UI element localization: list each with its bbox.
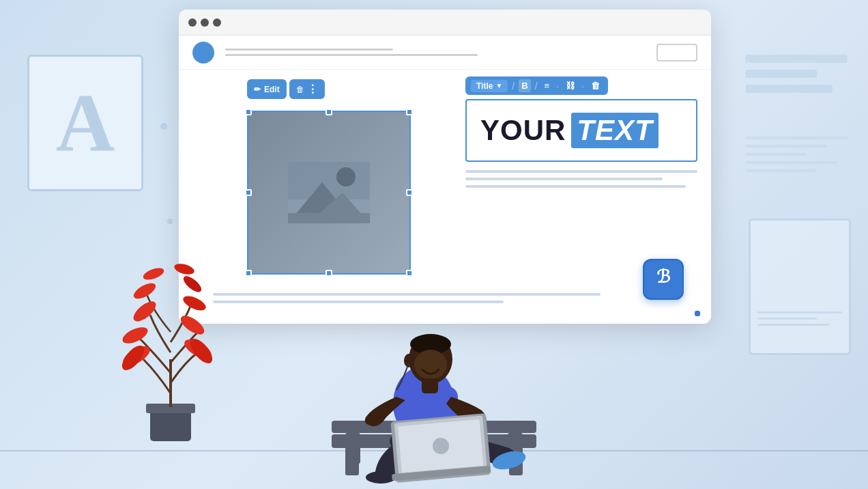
bg-letter-a: A <box>56 76 115 170</box>
bg-bar-3 <box>745 85 833 93</box>
plant-illustration <box>116 257 225 448</box>
bg-line-3 <box>745 153 807 156</box>
text-format-toolbar: Title ▼ / B / ≡ · ⛓ · 🗑 <box>465 76 608 95</box>
image-block[interactable] <box>247 111 411 275</box>
dot-deco-1 <box>160 123 167 130</box>
svg-point-2 <box>336 167 356 186</box>
svg-point-13 <box>366 471 396 484</box>
person-illustration <box>298 270 570 489</box>
nav-line-2 <box>225 54 478 56</box>
text-your: YOUR <box>480 114 566 147</box>
badge-handle-br <box>695 311 700 316</box>
browser-dot-2 <box>201 18 209 27</box>
edit-pencil-icon: ✏ <box>254 85 261 94</box>
separator-4: · <box>581 81 584 92</box>
bg-right-deco <box>745 55 848 93</box>
browser-dot-1 <box>188 18 197 27</box>
nav-placeholder-lines <box>225 48 646 56</box>
text-block-area: Title ▼ / B / ≡ · ⛓ · 🗑 YOUR <box>465 76 697 188</box>
logo-badge[interactable]: ℬ <box>643 259 684 300</box>
browser-dot-3 <box>213 18 221 27</box>
bold-button[interactable]: B <box>519 79 530 92</box>
bg-bar-1 <box>745 55 848 63</box>
separator-3: · <box>556 81 559 92</box>
svg-point-24 <box>414 350 447 380</box>
text-text: TEXT <box>571 113 658 148</box>
handle-top-mid <box>326 109 332 115</box>
link-button[interactable]: ⛓ <box>563 79 577 92</box>
image-edit-toolbar: ✏ Edit 🗑 ⋮ <box>247 79 325 99</box>
dot-deco-2 <box>167 219 173 224</box>
svg-point-22 <box>404 354 414 367</box>
bg-bar-2 <box>745 70 817 78</box>
nav-logo-circle <box>192 42 214 64</box>
bg-letter-frame: A <box>27 55 143 191</box>
align-button[interactable]: ≡ <box>542 79 553 92</box>
nav-line-1 <box>225 48 393 51</box>
handle-mid-right <box>406 189 413 196</box>
svg-point-35 <box>181 293 207 313</box>
content-placeholder-lines <box>465 170 697 188</box>
toolbar-delete-button[interactable]: 🗑 <box>588 79 603 92</box>
bg-line-5 <box>745 169 817 172</box>
content-line-3 <box>465 185 686 188</box>
text-display-box[interactable]: YOUR TEXT <box>465 99 697 162</box>
bg-line-2 <box>745 145 827 148</box>
landscape-icon <box>288 162 370 223</box>
svg-rect-8 <box>345 433 360 464</box>
nav-action-button[interactable] <box>656 44 697 61</box>
delete-button[interactable]: 🗑 ⋮ <box>289 79 325 99</box>
svg-point-37 <box>181 273 204 294</box>
svg-rect-25 <box>422 378 438 393</box>
bg-line-4 <box>745 161 837 164</box>
separator-2: / <box>535 81 538 92</box>
content-line-1 <box>465 170 697 173</box>
browser-titlebar <box>179 10 711 36</box>
browser-nav <box>179 36 711 70</box>
trash-icon: 🗑 <box>296 85 304 94</box>
bg-right-lines <box>745 137 848 172</box>
edit-button[interactable]: ✏ Edit <box>247 79 287 99</box>
svg-point-38 <box>142 266 166 282</box>
content-line-2 <box>465 178 663 180</box>
title-dropdown[interactable]: Title ▼ <box>471 80 508 92</box>
svg-text:ℬ: ℬ <box>656 267 671 287</box>
image-placeholder <box>248 112 409 273</box>
svg-point-36 <box>131 280 158 302</box>
logo-icon: ℬ <box>651 267 676 292</box>
svg-point-39 <box>173 262 196 276</box>
handle-top-right <box>406 109 413 115</box>
bg-line-1 <box>745 137 848 139</box>
title-label: Title <box>476 81 493 91</box>
separator-1: / <box>512 81 515 92</box>
edit-button-label: Edit <box>264 85 280 94</box>
handle-mid-left <box>245 189 252 196</box>
more-icon: ⋮ <box>307 83 318 96</box>
dropdown-chevron-icon: ▼ <box>495 82 502 89</box>
svg-rect-5 <box>288 213 370 223</box>
background: A <box>0 0 868 489</box>
handle-bottom-left <box>245 270 252 277</box>
bg-right-frame <box>749 219 851 355</box>
handle-top-left <box>245 109 252 115</box>
